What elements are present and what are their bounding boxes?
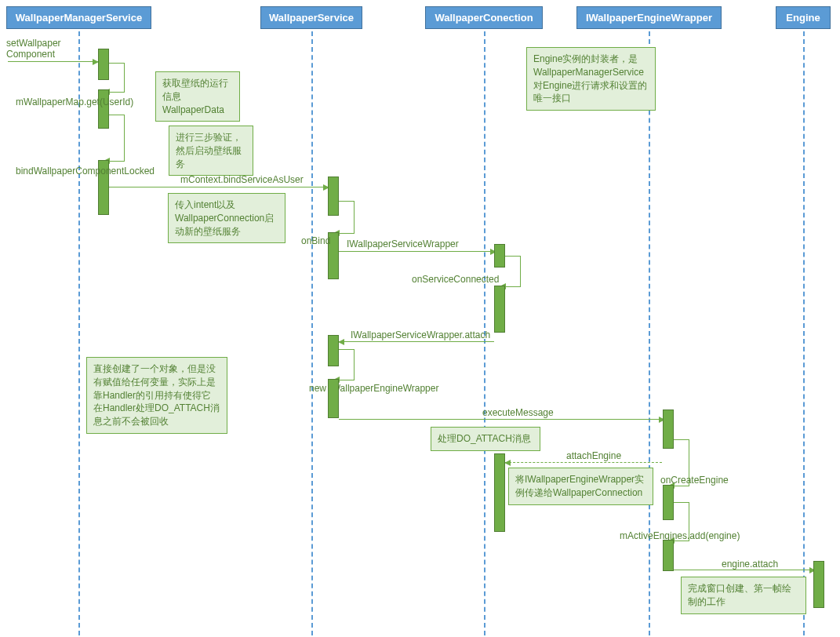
note-pass-wrapper: 将IWallpaperEngineWrapper实例传递给WallpaperCo… bbox=[508, 468, 653, 505]
msg-execmsg: executeMessage bbox=[482, 407, 554, 418]
msg-oncreateengine: onCreateEngine bbox=[660, 475, 729, 486]
activation-p1-1 bbox=[98, 49, 109, 80]
msg-mwallpapermap: mWallpaperMap.get(UserId) bbox=[16, 96, 133, 107]
note-doattach: 处理DO_ATTACH消息 bbox=[431, 427, 540, 451]
activation-p2-1 bbox=[328, 177, 339, 216]
participant-wallpaperconnection: WallpaperConection bbox=[425, 6, 543, 29]
msg-mactive: mActiveEngines.add(engine) bbox=[620, 530, 740, 541]
participant-wallpaperservice: WallpaperService bbox=[260, 6, 362, 29]
activation-p4-3 bbox=[663, 540, 674, 571]
msg-attachengine: attachEngine bbox=[566, 450, 621, 461]
msg-onbind: onBind bbox=[301, 235, 330, 246]
participant-engine: Engine bbox=[776, 6, 831, 29]
arrow-mcontextbind bbox=[109, 187, 329, 187]
selfloop-onserviceconnected bbox=[505, 256, 521, 287]
msg-onserviceconnected: onServiceConnected bbox=[412, 274, 499, 285]
arrow-setwallpaper bbox=[8, 61, 98, 62]
selfloop-mwallpapermap bbox=[109, 63, 125, 93]
arrow-attachengine bbox=[505, 462, 662, 463]
note-window: 完成窗口创建、第一帧绘制的工作 bbox=[681, 577, 806, 614]
note-three-step: 进行三步验证，然后启动壁纸服务 bbox=[169, 126, 253, 176]
activation-p5-1 bbox=[813, 561, 824, 608]
lifeline-p5 bbox=[803, 31, 805, 635]
activation-p3-1 bbox=[494, 244, 505, 268]
activation-p4-1 bbox=[663, 410, 674, 449]
activation-p3-2 bbox=[494, 286, 505, 333]
arrow-iwsw bbox=[339, 251, 496, 252]
msg-bindwallpaper: bindWallpaperComponentLocked bbox=[16, 166, 155, 177]
msg-setwallpaper-1: setWallpaper bbox=[6, 38, 61, 49]
note-handler: 直接创建了一个对象，但是没有赋值给任何变量，实际上是靠Handler的引用持有使… bbox=[86, 357, 227, 434]
note-wallpaperdata: 获取壁纸的运行信息WallpaperData bbox=[155, 71, 240, 122]
activation-p4-2 bbox=[663, 485, 674, 520]
selfloop-newwrapper bbox=[339, 349, 355, 380]
note-engine-wrapper-desc: Engine实例的封装者，是WallpaperManagerService对En… bbox=[526, 47, 656, 111]
selfloop-bindwallpaper bbox=[109, 115, 125, 162]
msg-engineattach: engine.attach bbox=[722, 559, 778, 570]
participant-iwallpaperenginewrapper: IWallpaperEngineWrapper bbox=[576, 6, 722, 29]
lifeline-p4 bbox=[649, 31, 650, 635]
msg-iwsw: IWallpaperServiceWrapper bbox=[347, 238, 459, 249]
note-intent: 传入intent以及WallpaperConnection启动新的壁纸服务 bbox=[168, 193, 285, 243]
lifeline-p2 bbox=[311, 31, 313, 635]
selfloop-onbind bbox=[339, 201, 355, 234]
activation-p3-3 bbox=[494, 453, 505, 532]
activation-p1-2 bbox=[98, 89, 109, 129]
lifeline-p1 bbox=[78, 31, 80, 635]
msg-setwallpaper-2: Component bbox=[6, 49, 55, 60]
activation-p2-3 bbox=[328, 335, 339, 366]
arrow-engineattach bbox=[674, 570, 815, 570]
activation-p2-4 bbox=[328, 379, 339, 418]
arrow-execmsg bbox=[339, 419, 664, 420]
msg-iwsw-attach: IWallpaperServiceWrapper.attach bbox=[351, 329, 490, 340]
participant-wallpapermanagerservice: WallpaperManagerService bbox=[6, 6, 151, 29]
arrow-iwsw-attach bbox=[339, 341, 494, 342]
msg-mcontextbind: mContext.bindServiceAsUser bbox=[180, 174, 304, 185]
